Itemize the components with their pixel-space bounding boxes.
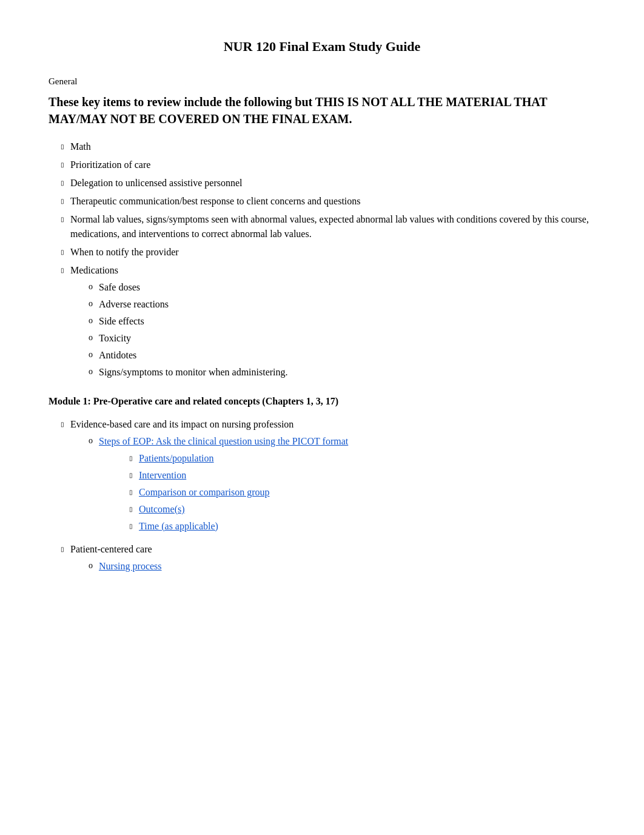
list-item: Toxicity xyxy=(70,331,595,346)
general-bullet-list: Math Prioritization of care Delegation t… xyxy=(49,139,595,382)
list-item: Medications Safe doses Adverse reactions… xyxy=(49,263,595,382)
list-item: Side effects xyxy=(70,314,595,329)
intro-text: These key items to review include the fo… xyxy=(49,93,595,127)
item-safe-doses: Safe doses xyxy=(99,280,595,295)
list-item: Therapeutic communication/best response … xyxy=(49,194,595,209)
list-item: Comparison or comparison group xyxy=(99,485,595,500)
list-item: Signs/symptoms to monitor when administe… xyxy=(70,365,595,380)
list-item: Time (as applicable) xyxy=(99,519,595,534)
list-item: When to notify the provider xyxy=(49,245,595,260)
item-antidotes: Antidotes xyxy=(99,348,595,363)
item-signs-symptoms: Signs/symptoms to monitor when administe… xyxy=(99,365,595,380)
item-notify-provider: When to notify the provider xyxy=(70,245,595,260)
item-nursing-process: Nursing process xyxy=(99,559,595,574)
nursing-process-link[interactable]: Nursing process xyxy=(99,561,162,571)
list-item: Outcome(s) xyxy=(99,502,595,517)
list-item: Steps of EOP: Ask the clinical question … xyxy=(70,434,595,536)
list-item: Normal lab values, signs/symptoms seen w… xyxy=(49,212,595,241)
item-patients-population[interactable]: Patients/population xyxy=(139,451,595,466)
item-medications: Medications Safe doses Adverse reactions… xyxy=(70,263,595,382)
medications-sub-list: Safe doses Adverse reactions Side effect… xyxy=(70,280,595,380)
list-item: Prioritization of care xyxy=(49,158,595,172)
picot-list: Patients/population Intervention Compari… xyxy=(99,451,595,534)
item-comparison[interactable]: Comparison or comparison group xyxy=(139,485,595,500)
list-item: Evidence-based care and its impact on nu… xyxy=(49,417,595,538)
item-therapeutic: Therapeutic communication/best response … xyxy=(70,194,595,209)
list-item: Delegation to unlicensed assistive perso… xyxy=(49,176,595,190)
list-item: Math xyxy=(49,139,595,154)
patient-centered-sub-list: Nursing process xyxy=(70,559,595,574)
item-evidence-based-care: Evidence-based care and its impact on nu… xyxy=(70,417,595,538)
list-item: Safe doses xyxy=(70,280,595,295)
item-adverse-reactions: Adverse reactions xyxy=(99,297,595,312)
item-side-effects: Side effects xyxy=(99,314,595,329)
list-item: Adverse reactions xyxy=(70,297,595,312)
item-lab-values: Normal lab values, signs/symptoms seen w… xyxy=(70,212,595,241)
list-item: Nursing process xyxy=(70,559,595,574)
item-intervention[interactable]: Intervention xyxy=(139,468,595,483)
item-time[interactable]: Time (as applicable) xyxy=(139,519,595,534)
item-math: Math xyxy=(70,139,595,154)
item-prioritization: Prioritization of care xyxy=(70,158,595,172)
page-title: NUR 120 Final Exam Study Guide xyxy=(49,36,595,56)
item-outcomes[interactable]: Outcome(s) xyxy=(139,502,595,517)
item-steps-eop: Steps of EOP: Ask the clinical question … xyxy=(99,434,595,536)
list-item: Patients/population xyxy=(99,451,595,466)
list-item: Intervention xyxy=(99,468,595,483)
item-delegation: Delegation to unlicensed assistive perso… xyxy=(70,176,595,190)
evidence-sub-list: Steps of EOP: Ask the clinical question … xyxy=(70,434,595,536)
item-patient-centered-care: Patient-centered care Nursing process xyxy=(70,542,595,576)
section-general-label: General xyxy=(49,75,595,89)
module1-bullet-list: Evidence-based care and its impact on nu… xyxy=(49,417,595,576)
list-item: Antidotes xyxy=(70,348,595,363)
item-toxicity: Toxicity xyxy=(99,331,595,346)
module1-heading: Module 1: Pre-Operative care and related… xyxy=(49,394,595,409)
list-item: Patient-centered care Nursing process xyxy=(49,542,595,576)
steps-eop-link[interactable]: Steps of EOP: Ask the clinical question … xyxy=(99,436,348,446)
